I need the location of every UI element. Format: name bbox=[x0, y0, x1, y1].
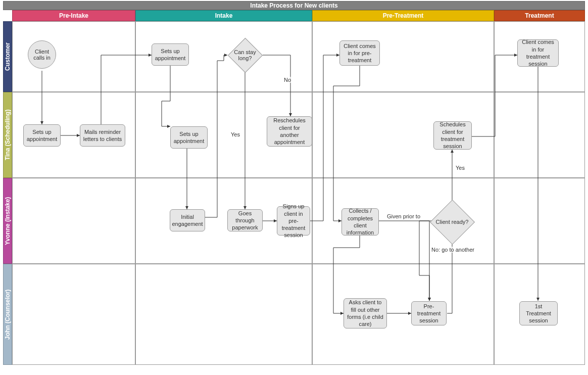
node-text: Reschedules client for another appointme… bbox=[269, 117, 310, 146]
node-text: 1st Treatment session bbox=[522, 303, 555, 324]
node-asks-client: Asks client to fill out other forms (i.e… bbox=[344, 298, 387, 329]
edge-label-no: No bbox=[283, 77, 292, 83]
node-text: Sets up appointment bbox=[173, 130, 205, 145]
node-sets-up-appt-tina: Sets up appointment bbox=[23, 124, 61, 147]
node-client-treatment: Client comes in for treatment session bbox=[517, 39, 559, 67]
edge-label-yes2: Yes bbox=[455, 165, 466, 171]
node-client-calls-in: Client calls in bbox=[28, 40, 56, 69]
node-reschedules: Reschedules client for another appointme… bbox=[267, 116, 312, 147]
node-sets-up-appt-customer: Sets up appointment bbox=[152, 43, 189, 66]
swimlane-diagram: Intake Process for New clients Pre-Intak… bbox=[0, 0, 588, 375]
node-text: Collects / completes client information bbox=[344, 207, 376, 236]
node-can-stay-long: Can stay long? bbox=[227, 37, 263, 73]
node-collects: Collects / completes client information bbox=[341, 208, 379, 236]
node-text: Mails reminder letters to clients bbox=[82, 128, 123, 143]
edge-label-no-go: No: go to another bbox=[430, 247, 475, 253]
node-text: Client calls in bbox=[31, 49, 53, 61]
connectors bbox=[0, 0, 588, 375]
node-sets-up-appt-tina2: Sets up appointment bbox=[170, 126, 208, 149]
node-goes-through: Goes through paperwork bbox=[227, 209, 263, 231]
node-text: Initial engagement bbox=[172, 213, 203, 228]
node-client-pretreat: Client comes in for pre-treatment bbox=[339, 40, 380, 66]
node-text: Signs up client in pre-treatment session bbox=[279, 203, 308, 239]
node-schedules-treatment: Schedules client for treatment session bbox=[433, 121, 472, 150]
node-mails-reminder: Mails reminder letters to clients bbox=[80, 124, 125, 147]
node-text: Can stay long? bbox=[227, 47, 263, 63]
node-signs-up: Signs up client in pre-treatment session bbox=[277, 206, 310, 236]
node-client-ready: Client ready? bbox=[429, 199, 475, 245]
node-text: Client comes in for treatment session bbox=[520, 38, 556, 67]
node-text: Client ready? bbox=[434, 217, 471, 227]
node-text: Schedules client for treatment session bbox=[436, 121, 469, 150]
node-first-treatment: 1st Treatment session bbox=[519, 301, 558, 325]
node-initial-engagement: Initial engagement bbox=[170, 209, 205, 231]
node-text: Client comes in for pre-treatment bbox=[342, 42, 377, 64]
edge-label-yes: Yes bbox=[230, 131, 241, 137]
node-text: Pre-treatment session bbox=[414, 303, 444, 324]
node-pretreat-session: Pre-treatment session bbox=[411, 301, 447, 325]
node-text: Sets up appointment bbox=[26, 128, 58, 143]
node-text: Asks client to fill out other forms (i.e… bbox=[346, 299, 384, 327]
node-text: Sets up appointment bbox=[154, 48, 186, 62]
edge-label-given-prior: Given prior to bbox=[386, 213, 421, 219]
node-text: Goes through paperwork bbox=[230, 210, 260, 231]
